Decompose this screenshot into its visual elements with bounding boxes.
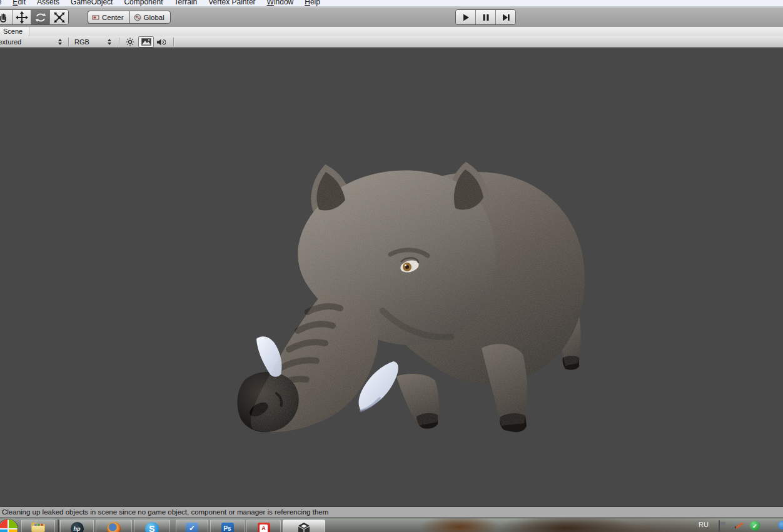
menu-item-vertex-painter[interactable]: Vertex Painter — [203, 0, 261, 6]
photoshop-icon: Ps — [221, 523, 234, 532]
skype-icon: S — [145, 522, 159, 532]
windows-flag-icon — [0, 519, 8, 528]
toolbar-separator — [68, 38, 69, 46]
tab-strip: Scene — [0, 27, 783, 36]
space-global-label: Global — [144, 14, 164, 21]
windows-taskbar: hp S ✓ Ps A — [0, 518, 783, 532]
pivot-icon — [92, 14, 99, 21]
taskbar-button-explorer[interactable] — [21, 519, 55, 532]
menu-item-help[interactable]: Help — [299, 0, 326, 6]
toolbar-separator — [173, 38, 174, 46]
check-app-icon: ✓ — [186, 523, 198, 532]
menu-item-gameobject[interactable]: GameObject — [65, 0, 118, 6]
menu-item-terrain[interactable]: Terrain — [168, 0, 203, 6]
step-button[interactable] — [496, 10, 515, 24]
rotate-icon — [34, 12, 47, 23]
menu-item-assets[interactable]: Assets — [31, 0, 65, 6]
pause-icon — [482, 13, 490, 22]
pause-button[interactable] — [476, 10, 496, 24]
menu-item-component[interactable]: Component — [118, 0, 168, 6]
start-button[interactable] — [0, 519, 18, 532]
tray-antivirus-icon[interactable]: ✓ — [750, 521, 760, 531]
taskbar-button-photoshop[interactable]: Ps — [210, 519, 245, 532]
move-tool-button[interactable] — [13, 10, 31, 24]
channel-mode-dropdown[interactable]: RGB — [74, 36, 89, 48]
pivot-center-button[interactable]: Center — [88, 11, 129, 24]
taskbar-separator — [57, 519, 58, 532]
space-global-button[interactable]: Global — [129, 11, 171, 24]
scale-tool-button[interactable] — [50, 10, 68, 24]
folder-icon — [31, 523, 45, 532]
menu-item-file[interactable]: File — [0, 0, 7, 6]
tray-hidden-icon[interactable] — [778, 521, 783, 529]
boar-model — [233, 154, 589, 434]
hand-tool-button[interactable] — [0, 10, 13, 24]
step-icon — [502, 13, 510, 22]
language-indicator[interactable]: RU — [699, 521, 709, 528]
scale-icon — [53, 11, 66, 24]
transform-tool-group — [0, 9, 69, 25]
taskbar-button-illustrator[interactable]: A — [246, 519, 281, 532]
main-toolbar: Center Global — [0, 7, 783, 28]
image-icon — [141, 38, 151, 46]
unity-cube-icon — [296, 522, 311, 532]
tray-display-icon[interactable] — [719, 521, 720, 532]
taskbar-button-check-app[interactable]: ✓ — [176, 519, 208, 532]
taskbar-button-unity[interactable] — [283, 519, 325, 532]
taskbar-button-hp[interactable]: hp — [60, 519, 94, 532]
play-button[interactable] — [456, 10, 476, 24]
menu-bar: File Edit Assets GameObject Component Te… — [0, 0, 783, 7]
rotate-tool-button[interactable] — [31, 10, 50, 24]
taskbar-button-skype[interactable]: S — [134, 519, 170, 532]
channel-mode-dropdown-arrows-icon[interactable] — [108, 39, 112, 45]
unity-editor-window: File Edit Assets GameObject Component Te… — [0, 0, 783, 532]
hp-icon: hp — [71, 522, 84, 532]
hand-icon — [0, 12, 9, 23]
render-mode-dropdown[interactable]: Textured — [0, 36, 21, 48]
taskbar-button-firefox[interactable] — [96, 519, 132, 532]
scene-lighting-toggle[interactable] — [123, 37, 137, 47]
globe-icon — [134, 14, 141, 21]
scene-tab-label: Scene — [3, 28, 23, 35]
move-icon — [16, 11, 28, 24]
status-bar: Cleaning up leaked objects in scene sinc… — [0, 506, 783, 518]
playback-controls — [455, 9, 516, 25]
menu-item-window[interactable]: Window — [261, 0, 300, 6]
pivot-center-label: Center — [102, 14, 124, 21]
pivot-space-group: Center Global — [88, 11, 171, 24]
sun-icon — [126, 38, 134, 46]
tab-scene[interactable]: Scene — [0, 27, 29, 36]
speaker-icon — [156, 38, 166, 46]
render-mode-dropdown-arrows-icon[interactable] — [58, 39, 63, 45]
illustrator-icon: A — [258, 523, 270, 532]
scene-viewport[interactable] — [0, 48, 783, 506]
status-message: Cleaning up leaked objects in scene sinc… — [2, 508, 328, 516]
scene-view-toolbar: Textured RGB — [0, 36, 783, 48]
skybox-effects-toggle[interactable] — [138, 36, 154, 48]
play-icon — [462, 13, 470, 22]
toolbar-separator — [119, 38, 119, 46]
menu-item-edit[interactable]: Edit — [7, 0, 31, 6]
audio-toggle[interactable] — [154, 37, 168, 47]
firefox-icon — [107, 522, 121, 532]
